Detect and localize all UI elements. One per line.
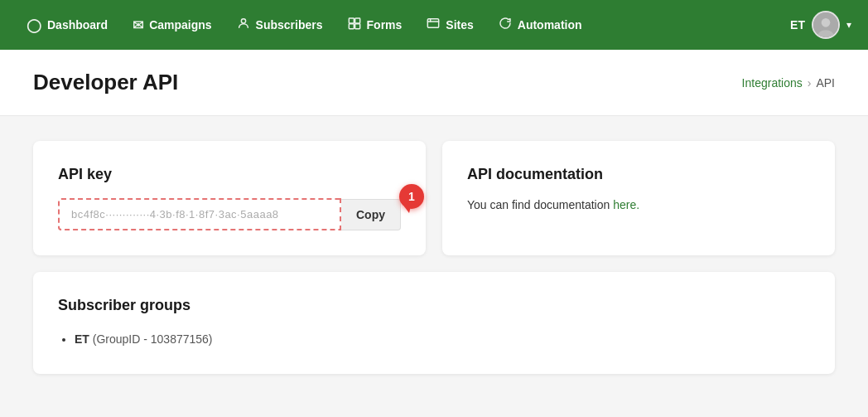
nav-user-area: ET ▾ bbox=[790, 11, 851, 39]
api-docs-description: You can find documentation bbox=[467, 198, 613, 211]
svg-rect-4 bbox=[354, 24, 359, 29]
group-id: (GroupID - 103877156) bbox=[93, 332, 213, 346]
api-key-card: API key Copy 1 bbox=[33, 141, 426, 255]
top-cards-row: API key Copy 1 API documentation You can… bbox=[33, 141, 835, 255]
svg-rect-2 bbox=[354, 18, 359, 23]
nav-item-automation[interactable]: Automation bbox=[489, 10, 592, 40]
breadcrumb-current: API bbox=[816, 76, 835, 90]
sites-icon bbox=[427, 17, 440, 33]
nav-item-sites[interactable]: Sites bbox=[417, 10, 483, 40]
list-item: ET (GroupID - 103877156) bbox=[75, 329, 810, 349]
copy-button-wrapper: Copy 1 bbox=[341, 199, 401, 230]
automation-icon bbox=[499, 17, 512, 33]
api-key-card-title: API key bbox=[58, 166, 401, 183]
api-docs-link[interactable]: here. bbox=[613, 198, 639, 211]
breadcrumb: Integrations › API bbox=[742, 76, 835, 90]
group-name: ET bbox=[75, 332, 89, 346]
svg-point-0 bbox=[241, 19, 245, 23]
api-docs-card-title: API documentation bbox=[467, 166, 810, 183]
nav-label-campaigns: Campaigns bbox=[149, 18, 211, 32]
breadcrumb-parent-link[interactable]: Integrations bbox=[742, 76, 803, 90]
api-key-input[interactable] bbox=[58, 198, 341, 230]
page-title: Developer API bbox=[33, 70, 178, 95]
nav-label-automation: Automation bbox=[518, 18, 582, 32]
nav-label-dashboard: Dashboard bbox=[47, 18, 108, 32]
subscribers-icon bbox=[237, 17, 250, 33]
step-badge: 1 bbox=[399, 184, 424, 209]
avatar-image bbox=[813, 12, 838, 37]
svg-rect-1 bbox=[349, 18, 354, 23]
dashboard-icon: ◯ bbox=[27, 17, 41, 33]
avatar[interactable] bbox=[812, 11, 840, 39]
group-list: ET (GroupID - 103877156) bbox=[58, 329, 810, 349]
svg-rect-5 bbox=[428, 19, 439, 28]
api-key-row: Copy 1 bbox=[58, 198, 401, 230]
breadcrumb-separator: › bbox=[808, 76, 812, 90]
main-nav: ◯ Dashboard ✉ Campaigns Subscribers Form… bbox=[0, 0, 868, 50]
copy-button[interactable]: Copy bbox=[341, 199, 401, 230]
user-initials: ET bbox=[790, 18, 805, 32]
main-content: API key Copy 1 API documentation You can… bbox=[0, 116, 868, 399]
svg-rect-3 bbox=[349, 24, 354, 29]
subscriber-groups-title: Subscriber groups bbox=[58, 297, 810, 314]
nav-item-dashboard[interactable]: ◯ Dashboard bbox=[17, 11, 118, 40]
api-docs-card: API documentation You can find documenta… bbox=[442, 141, 835, 255]
campaigns-icon: ✉ bbox=[133, 17, 143, 33]
nav-item-campaigns[interactable]: ✉ Campaigns bbox=[123, 11, 221, 40]
nav-label-subscribers: Subscribers bbox=[256, 18, 323, 32]
user-menu-chevron[interactable]: ▾ bbox=[846, 19, 851, 31]
nav-items: ◯ Dashboard ✉ Campaigns Subscribers Form… bbox=[17, 10, 790, 40]
subscriber-groups-card: Subscriber groups ET (GroupID - 10387715… bbox=[33, 272, 835, 374]
nav-label-sites: Sites bbox=[446, 18, 473, 32]
svg-point-9 bbox=[822, 18, 831, 27]
page-header: Developer API Integrations › API bbox=[0, 50, 868, 116]
nav-item-forms[interactable]: Forms bbox=[338, 10, 412, 40]
nav-item-subscribers[interactable]: Subscribers bbox=[227, 10, 333, 40]
forms-icon bbox=[348, 17, 361, 33]
api-docs-text: You can find documentation here. bbox=[467, 198, 810, 211]
nav-label-forms: Forms bbox=[367, 18, 403, 32]
